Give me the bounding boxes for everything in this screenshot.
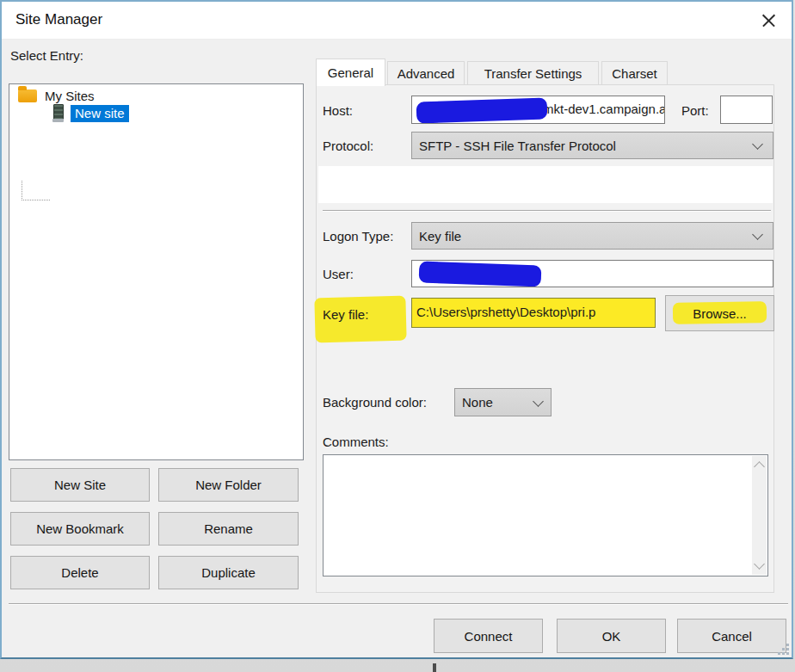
- user-redaction: [419, 262, 542, 287]
- tab-label: Charset: [612, 66, 657, 81]
- button-label: New Site: [54, 478, 106, 492]
- tree-item-my-sites[interactable]: My Sites: [18, 89, 95, 103]
- connect-button[interactable]: Connect: [434, 619, 543, 653]
- chevron-down-icon: [533, 396, 544, 407]
- tab-transfer-settings[interactable]: Transfer Settings: [467, 61, 599, 85]
- site-tree: My Sites New site: [9, 83, 304, 460]
- host-label: Host:: [323, 103, 353, 118]
- folder-icon: [18, 89, 37, 102]
- comments-scrollbar[interactable]: [752, 456, 767, 575]
- general-tab-panel: Host: mkt-dev1.campaign.a Port: Protocol…: [316, 84, 774, 593]
- title-bar: Site Manager: [2, 2, 792, 40]
- rename-button[interactable]: Rename: [158, 512, 299, 546]
- button-label: New Folder: [195, 478, 262, 492]
- delete-button[interactable]: Delete: [10, 556, 150, 589]
- background-color-value: None: [462, 395, 493, 410]
- browse-button-label: Browse...: [693, 306, 747, 321]
- tree-item-new-site[interactable]: New site: [52, 104, 129, 122]
- tab-label: Advanced: [398, 66, 455, 81]
- dialog-title: Site Manager: [15, 11, 102, 28]
- server-icon: [52, 104, 64, 122]
- port-input[interactable]: [720, 96, 773, 124]
- tree-connector: [22, 181, 50, 200]
- tab-advanced[interactable]: Advanced: [387, 61, 465, 85]
- close-icon[interactable]: [757, 9, 781, 33]
- button-label: Rename: [204, 521, 253, 536]
- background-color-select[interactable]: None: [454, 388, 552, 416]
- button-label: New Bookmark: [36, 521, 124, 536]
- cancel-button[interactable]: Cancel: [677, 619, 786, 653]
- footer-divider: [9, 603, 788, 604]
- button-label: Cancel: [712, 629, 752, 644]
- resize-grip-icon[interactable]: [777, 643, 789, 655]
- tree-item-label: My Sites: [45, 89, 95, 103]
- host-redaction: [416, 97, 548, 123]
- key-file-label: Key file:: [323, 307, 368, 322]
- button-label: Delete: [61, 565, 98, 580]
- tab-label: General: [328, 65, 373, 80]
- button-label: Duplicate: [201, 565, 256, 580]
- comments-textarea[interactable]: [323, 454, 768, 576]
- new-site-button[interactable]: New Site: [10, 468, 150, 502]
- port-label: Port:: [681, 103, 709, 118]
- tab-charset[interactable]: Charset: [601, 61, 668, 85]
- site-manager-dialog: Site Manager Select Entry: My Sites New …: [0, 0, 793, 659]
- protocol-value: SFTP - SSH File Transfer Protocol: [419, 139, 616, 153]
- logon-type-value: Key file: [419, 229, 461, 244]
- protocol-label: Protocol:: [323, 139, 373, 153]
- browse-button[interactable]: Browse...: [665, 295, 774, 331]
- logon-type-select[interactable]: Key file: [411, 222, 773, 250]
- tab-general[interactable]: General: [316, 59, 385, 86]
- chevron-down-icon: [752, 139, 763, 150]
- key-file-input[interactable]: C:\Users\prshetty\Desktop\pri.p: [411, 298, 656, 328]
- logon-type-label: Logon Type:: [323, 229, 393, 244]
- tree-item-label-selected: New site: [71, 105, 129, 122]
- user-input[interactable]: [411, 260, 773, 287]
- new-bookmark-button[interactable]: New Bookmark: [10, 512, 150, 546]
- scroll-down-icon[interactable]: [754, 558, 765, 570]
- host-input[interactable]: mkt-dev1.campaign.a: [411, 96, 665, 124]
- new-folder-button[interactable]: New Folder: [158, 468, 299, 502]
- section-divider: [323, 210, 771, 211]
- ok-button[interactable]: OK: [557, 619, 666, 653]
- button-label: Connect: [465, 629, 513, 644]
- tab-label: Transfer Settings: [484, 66, 582, 81]
- chevron-down-icon: [752, 229, 763, 240]
- whiteout-patch: [318, 166, 773, 203]
- key-file-value: C:\Users\prshetty\Desktop\pri.p: [416, 305, 595, 319]
- user-label: User:: [323, 267, 354, 281]
- select-entry-label: Select Entry:: [10, 48, 83, 63]
- background-window-artifact: [433, 663, 436, 672]
- protocol-select[interactable]: SFTP - SSH File Transfer Protocol: [411, 132, 773, 159]
- comments-label: Comments:: [323, 435, 389, 449]
- background-color-label: Background color:: [323, 395, 427, 410]
- scroll-up-icon[interactable]: [754, 461, 765, 472]
- button-label: OK: [602, 629, 621, 644]
- duplicate-button[interactable]: Duplicate: [158, 556, 299, 589]
- host-value: mkt-dev1.campaign.a: [543, 102, 665, 116]
